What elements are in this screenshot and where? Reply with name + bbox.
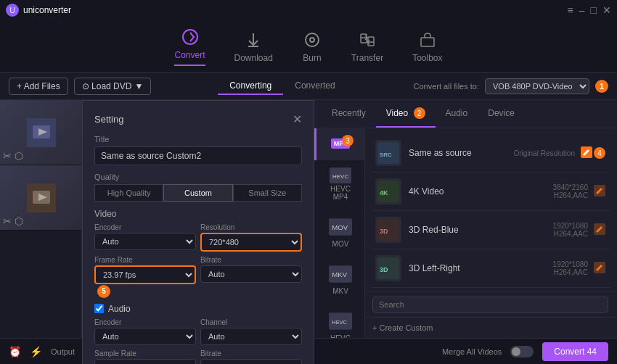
- close-icon[interactable]: ✕: [602, 4, 611, 16]
- burn-icon: [302, 30, 322, 50]
- mkv-label: MKV: [322, 287, 359, 295]
- audio-encoder-field: Encoder Auto: [94, 318, 196, 345]
- 3d-left-res: 1920*1080 H264,AAC: [553, 260, 588, 276]
- logo-icon: U: [6, 4, 19, 17]
- nav-burn[interactable]: Burn: [302, 30, 322, 63]
- 3d-left-edit-button[interactable]: [594, 262, 605, 276]
- flash-icon[interactable]: ⚡: [30, 346, 42, 357]
- file-thumb-1[interactable]: ✂ ⬡: [0, 100, 82, 165]
- tab-video[interactable]: Video 2: [376, 100, 436, 128]
- audio-bitrate-field: Bitrate Auto: [200, 349, 302, 364]
- convert-all-button[interactable]: Convert 44: [542, 342, 608, 361]
- effect-icon-2[interactable]: ⬡: [15, 215, 23, 227]
- tab-converting[interactable]: Converting: [218, 78, 283, 95]
- format-options-panel: SRC Same as source Original Resolution 4: [365, 128, 616, 338]
- video-section-title: Video: [94, 209, 302, 219]
- 3d-red-edit-button[interactable]: [594, 223, 605, 237]
- quality-group: Quality High Quality Custom Small Size: [94, 173, 302, 202]
- create-custom-button[interactable]: + Create Custom: [365, 317, 616, 338]
- audio-checkbox[interactable]: Audio: [94, 304, 302, 314]
- toggle-knob: [512, 347, 520, 356]
- main-area: ✂ ⬡ ✂ ⬡ Setting ✕ Title Quality Hi: [0, 100, 617, 338]
- tab-device[interactable]: Device: [478, 101, 525, 127]
- svg-text:HEVC: HEVC: [332, 173, 348, 180]
- tab-converted[interactable]: Converted: [283, 78, 346, 95]
- toolbar: + Add Files ⊙ Load DVD ▼ Converting Conv…: [0, 73, 617, 100]
- file-thumb-2[interactable]: ✂ ⬡: [0, 165, 82, 231]
- nav-convert-label: Convert: [174, 50, 205, 60]
- quality-small-button[interactable]: Small Size: [233, 184, 302, 202]
- format-mp4[interactable]: MP4 3: [314, 128, 364, 160]
- svg-text:4K: 4K: [380, 189, 388, 197]
- tab-audio[interactable]: Audio: [436, 101, 478, 127]
- encoder-select[interactable]: Auto: [94, 233, 196, 250]
- quality-custom-button[interactable]: Custom: [163, 184, 232, 202]
- same-as-source-edit-button[interactable]: [581, 146, 592, 160]
- svg-text:SRC: SRC: [380, 152, 392, 158]
- encoder-label: Encoder: [94, 223, 196, 231]
- title-group: Title: [94, 135, 302, 165]
- trim-icon[interactable]: ✂: [3, 150, 12, 162]
- convert-all-select[interactable]: VOB 480P DVD-Video: [485, 78, 589, 94]
- convert-all-badge: 1: [595, 80, 608, 93]
- nav-convert[interactable]: Convert: [174, 27, 205, 66]
- framerate-label: Frame Rate: [94, 256, 196, 264]
- resolution-select[interactable]: 720*480: [200, 233, 302, 252]
- trim-icon-2[interactable]: ✂: [3, 215, 12, 227]
- format-hevc-mkv[interactable]: HEVC HEVC MKV: [314, 302, 364, 338]
- effect-icon[interactable]: ⬡: [15, 150, 23, 162]
- title-input[interactable]: [94, 146, 302, 165]
- format-option-4k[interactable]: 4K 4K Video 3840*2160 H264,AAC: [371, 173, 610, 211]
- framerate-select[interactable]: 23.97 fps: [94, 265, 196, 284]
- transfer-icon: [357, 30, 377, 50]
- nav-transfer[interactable]: Transfer: [351, 30, 383, 63]
- hevc-mkv-label: HEVC MKV: [322, 334, 359, 338]
- quality-label: Quality: [94, 173, 302, 181]
- merge-toggle[interactable]: [510, 346, 534, 357]
- audio-bitrate-label: Bitrate: [200, 349, 302, 357]
- 4k-edit-button[interactable]: [594, 185, 605, 199]
- svg-text:MOV: MOV: [332, 223, 348, 231]
- clock-icon[interactable]: ⏰: [9, 346, 21, 357]
- menu-icon[interactable]: ≡: [568, 4, 573, 16]
- svg-point-2: [306, 33, 319, 46]
- audio-encoder-select[interactable]: Auto: [94, 328, 196, 345]
- tab-recently[interactable]: Recently: [322, 101, 376, 127]
- add-files-button[interactable]: + Add Files: [9, 78, 68, 95]
- 3d-red-icon: 3D: [375, 217, 401, 243]
- nav-convert-underline: [174, 65, 205, 66]
- format-hevc-mp4[interactable]: HEVC HEVC MP4: [314, 160, 364, 208]
- audio-channel-select[interactable]: Auto: [200, 328, 302, 345]
- nav-burn-label: Burn: [303, 53, 321, 63]
- option-badge-4: 4: [594, 147, 605, 159]
- bitrate-select[interactable]: Auto: [200, 265, 302, 283]
- format-mov[interactable]: MOV MOV: [314, 208, 364, 255]
- 4k-res: 3840*2160 H264,AAC: [553, 183, 588, 199]
- format-option-same-as-source[interactable]: SRC Same as source Original Resolution 4: [371, 134, 610, 173]
- audio-channel-label: Channel: [200, 318, 302, 326]
- audio-bitrate-select[interactable]: Auto: [200, 359, 302, 364]
- audio-label: Audio: [108, 304, 131, 314]
- search-input[interactable]: [372, 297, 608, 313]
- app-logo: U uniconverter: [6, 4, 71, 17]
- output-label: Output: [51, 347, 75, 356]
- load-dvd-button[interactable]: ⊙ Load DVD ▼: [74, 78, 152, 95]
- same-as-source-icon: SRC: [375, 140, 401, 166]
- audio-sample-select[interactable]: Auto: [94, 359, 196, 364]
- quality-high-button[interactable]: High Quality: [94, 184, 163, 202]
- nav-download-label: Download: [234, 53, 273, 63]
- format-panel: Recently Video 2 Audio Device MP4 3 HEVC: [314, 100, 616, 338]
- add-files-label: + Add Files: [17, 81, 60, 91]
- minimize-icon[interactable]: –: [579, 4, 585, 16]
- svg-text:MKV: MKV: [332, 270, 347, 278]
- nav-download[interactable]: Download: [234, 30, 273, 63]
- format-option-3d-red[interactable]: 3D 3D Red-Blue 1920*1080 H264,AAC: [371, 211, 610, 249]
- window-controls[interactable]: ≡ – □ ✕: [568, 4, 611, 16]
- format-option-3d-left[interactable]: 3D 3D Left-Right 1920*1080 H264,AAC: [371, 249, 610, 288]
- settings-close-button[interactable]: ✕: [293, 112, 302, 126]
- tab-video-badge: 2: [414, 107, 425, 119]
- audio-toggle[interactable]: [94, 304, 104, 313]
- nav-toolbox[interactable]: Toolbox: [412, 30, 442, 63]
- format-mkv[interactable]: MKV MKV: [314, 255, 364, 302]
- maximize-icon[interactable]: □: [591, 4, 597, 16]
